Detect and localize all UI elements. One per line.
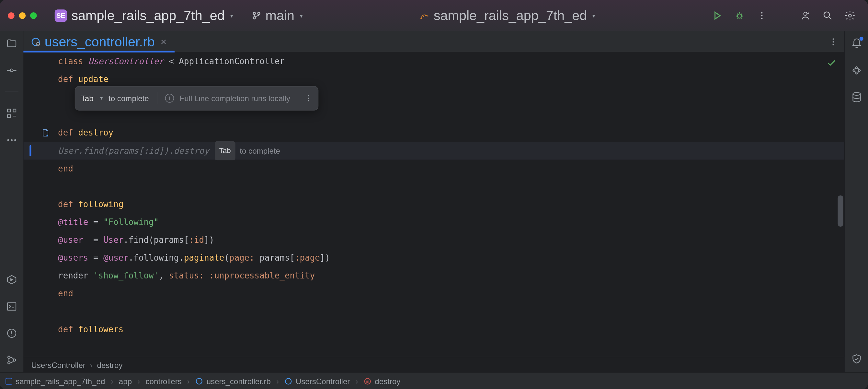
svg-point-7 [804, 12, 807, 15]
svg-point-30 [853, 92, 860, 95]
svg-point-20 [7, 362, 10, 364]
chevron-down-icon: ▾ [592, 12, 595, 19]
close-window-button[interactable] [8, 12, 14, 19]
window-controls [8, 12, 37, 19]
method-icon: m [364, 377, 371, 385]
breadcrumb-item[interactable]: sample_rails_app_7th_ed [5, 377, 105, 385]
tab-users-controller[interactable]: users_controller.rb ✕ [23, 31, 175, 52]
branch-icon [252, 11, 261, 20]
settings-button[interactable] [844, 10, 856, 21]
services-tool-button[interactable] [6, 274, 17, 285]
code-line[interactable] [58, 106, 844, 124]
svg-point-6 [761, 18, 763, 19]
close-tab-button[interactable]: ✕ [160, 37, 167, 46]
ruby-file-icon [195, 377, 203, 385]
tab-filename: users_controller.rb [45, 34, 155, 49]
structure-class[interactable]: UsersController [31, 360, 85, 369]
ghost-completion-text: User.find(params[:id]).destroy [58, 142, 209, 160]
shield-tool-button[interactable] [851, 353, 862, 364]
problems-tool-button[interactable] [6, 328, 17, 339]
terminal-tool-button[interactable] [6, 301, 17, 312]
svg-point-2 [257, 12, 260, 15]
code-line[interactable]: def destroy [58, 124, 844, 142]
svg-point-4 [761, 12, 763, 13]
run-configuration-selector[interactable]: sample_rails_app_7th_ed ▾ [419, 8, 595, 23]
svg-rect-11 [7, 109, 10, 112]
editor-tabbar: users_controller.rb ✕ [23, 31, 844, 52]
svg-point-5 [761, 15, 763, 16]
navigation-bar: sample_rails_app_7th_ed › app › controll… [0, 372, 868, 389]
inline-tab-hint: Tab [215, 141, 236, 161]
database-tool-button[interactable] [851, 91, 862, 103]
inline-hint-text: to complete [240, 142, 280, 160]
code-line[interactable]: def update [58, 71, 844, 88]
structure-tool-button[interactable] [6, 108, 17, 119]
svg-point-31 [196, 378, 202, 384]
notifications-button[interactable] [851, 38, 862, 49]
vcs-tool-button[interactable] [6, 354, 17, 365]
svg-text:m: m [366, 379, 369, 384]
breadcrumb-item[interactable]: users_controller.rb [195, 377, 271, 385]
structure-method[interactable]: destroy [97, 360, 122, 369]
debug-button[interactable] [734, 10, 745, 21]
code-line[interactable]: end [58, 285, 844, 302]
project-tool-button[interactable] [6, 38, 17, 49]
code-line[interactable]: render 'show_follow', status: :unprocess… [58, 267, 844, 285]
svg-point-10 [10, 69, 13, 72]
svg-point-9 [848, 14, 851, 17]
code-with-me-button[interactable] [800, 10, 811, 21]
code-line[interactable]: @user = User.find(params[:id]) [58, 231, 844, 249]
ai-assistant-button[interactable] [851, 65, 862, 76]
code-line[interactable]: end [58, 160, 844, 177]
svg-point-15 [11, 139, 12, 141]
more-actions-button[interactable] [756, 10, 767, 21]
more-tools-button[interactable] [6, 135, 17, 145]
tab-options-button[interactable] [822, 31, 844, 52]
breadcrumb-item[interactable]: controllers [146, 377, 182, 385]
structure-breadcrumb: UsersController › destroy [23, 357, 844, 372]
code-editor[interactable]: Tab ▾ to complete i Full Line completion… [23, 53, 844, 357]
project-name: sample_rails_app_7th_ed [71, 8, 224, 23]
right-tool-rail [844, 31, 868, 372]
breadcrumb-item[interactable]: m destroy [364, 377, 401, 385]
commit-tool-button[interactable] [6, 65, 17, 76]
code-line[interactable] [58, 302, 844, 320]
project-selector[interactable]: SE sample_rails_app_7th_ed ▾ [50, 5, 238, 26]
code-line[interactable]: def followers [58, 320, 844, 338]
breadcrumb-item[interactable]: app [119, 377, 132, 385]
svg-point-19 [7, 356, 10, 358]
run-button[interactable] [712, 10, 722, 21]
code-line[interactable]: def following [58, 195, 844, 213]
code-line[interactable]: @users = @user.following.paginate(page: … [58, 249, 844, 267]
code-line[interactable] [58, 178, 844, 195]
class-icon [284, 377, 292, 385]
minimize-window-button[interactable] [19, 12, 26, 19]
chevron-down-icon: ▾ [230, 12, 233, 19]
code-line[interactable]: class UsersController < ApplicationContr… [58, 53, 844, 71]
code-line-current[interactable]: User.find(params[:id]).destroyTabto comp… [58, 142, 844, 160]
caret-line-indicator [29, 145, 31, 156]
code-line[interactable] [58, 88, 844, 106]
left-tool-rail [0, 31, 23, 372]
svg-point-8 [824, 12, 830, 18]
maximize-window-button[interactable] [30, 12, 37, 19]
chevron-down-icon: ▾ [300, 12, 303, 19]
svg-rect-12 [13, 109, 16, 112]
svg-point-24 [832, 38, 834, 39]
search-button[interactable] [822, 10, 833, 21]
svg-point-25 [832, 41, 834, 42]
titlebar: SE sample_rails_app_7th_ed ▾ main ▾ samp… [0, 0, 868, 31]
svg-rect-13 [7, 115, 10, 118]
new-file-gutter-icon[interactable] [41, 128, 50, 137]
svg-rect-17 [7, 303, 16, 310]
gutter [23, 53, 58, 357]
svg-point-23 [36, 42, 39, 46]
ruby-file-icon [31, 37, 40, 46]
svg-point-14 [7, 139, 9, 141]
svg-point-32 [286, 378, 291, 384]
breadcrumb-item[interactable]: UsersController [284, 377, 350, 385]
branch-selector[interactable]: main ▾ [252, 8, 303, 23]
project-badge: SE [55, 9, 67, 22]
code-line[interactable]: @title = "Following" [58, 213, 844, 231]
svg-point-26 [832, 44, 834, 45]
